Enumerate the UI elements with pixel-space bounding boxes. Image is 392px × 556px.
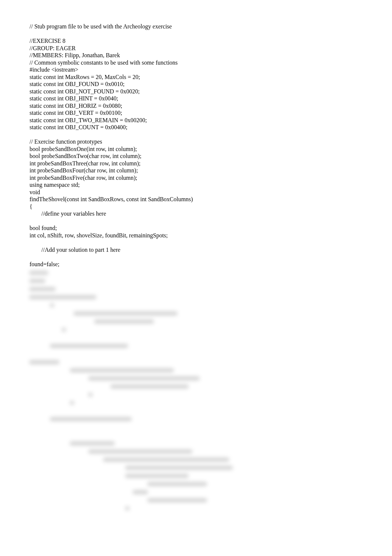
- code-line: bool probeSandBoxTwo(char row, int colum…: [30, 152, 362, 160]
- code-line: static const int OBJ_COUNT = 0x00400;: [30, 124, 362, 131]
- blurred-line: [30, 383, 362, 390]
- blurred-line: [30, 343, 362, 349]
- blurred-line: [30, 359, 362, 365]
- code-line: static const int OBJ_VERT = 0x00100;: [30, 109, 362, 117]
- blurred-text-chunk: [148, 498, 207, 502]
- blurred-text-chunk: [125, 466, 233, 470]
- blurred-line: [30, 473, 362, 479]
- code-line: static const int OBJ_HINT = 0x0040;: [30, 95, 362, 102]
- blurred-text-chunk: [30, 271, 48, 275]
- blurred-text-chunk: [30, 360, 59, 364]
- blurred-text-chunk: [50, 303, 54, 307]
- blurred-line: [30, 286, 362, 292]
- blurred-line: [30, 375, 362, 382]
- blurred-text-chunk: [125, 507, 129, 510]
- code-line: static const int OBJ_TWO_REMAIN = 0x0020…: [30, 117, 362, 124]
- blurred-text-chunk: [125, 474, 188, 478]
- code-line: static const int MaxRows = 20, MaxCols =…: [30, 73, 362, 81]
- code-line: [30, 30, 362, 38]
- blurred-line: [30, 270, 362, 276]
- blurred-line: [30, 399, 362, 406]
- blurred-text-chunk: [30, 287, 55, 291]
- code-line: using namespace std;: [30, 181, 362, 189]
- blurred-line: [30, 408, 362, 414]
- blurred-text-chunk: [70, 401, 74, 405]
- blurred-text-chunk: [111, 385, 188, 388]
- blurred-text-chunk: [94, 320, 154, 323]
- blurred-text-chunk: [70, 442, 114, 445]
- blurred-line: [30, 294, 362, 301]
- code-line: static const int OBJ_FOUND = 0x0010;: [30, 80, 362, 88]
- code-line: {: [30, 203, 362, 210]
- blurred-line: [30, 367, 362, 374]
- code-line: //EXERCISE 8: [30, 37, 362, 45]
- code-line: bool found;: [30, 224, 362, 232]
- blurred-line: [30, 489, 362, 495]
- blurred-text-chunk: [89, 450, 192, 453]
- blurred-line: [30, 416, 362, 422]
- blurred-line: [30, 391, 362, 398]
- code-line: // Common symbolic constants to be used …: [30, 59, 362, 66]
- blurred-text-chunk: [30, 279, 45, 283]
- code-line: found=false;: [30, 261, 362, 268]
- code-line: //MEMBERS: Filipp, Jonathan, Barek: [30, 52, 362, 59]
- code-line: [30, 131, 362, 138]
- blurred-line: [30, 310, 362, 317]
- code-line: int col, nShift, row, shovelSize, foundB…: [30, 232, 362, 239]
- blurred-text-chunk: [133, 490, 148, 494]
- blurred-text-chunk: [89, 377, 199, 380]
- blurred-line: [30, 497, 362, 504]
- blurred-line: [30, 318, 362, 325]
- code-line: [30, 254, 362, 261]
- code-line: [30, 217, 362, 225]
- code-line: [30, 239, 362, 246]
- code-listing: // Stub program file to be used with the…: [30, 23, 362, 268]
- blurred-text-chunk: [89, 393, 92, 397]
- code-line: int probeSandBoxFive(char row, int colum…: [30, 174, 362, 182]
- code-line: //GROUP: EAGER: [30, 45, 362, 52]
- code-line: void: [30, 189, 362, 196]
- code-line: findTheShovel(const int SandBoxRows, con…: [30, 196, 362, 203]
- code-line: //Add your solution to part 1 here: [30, 246, 362, 254]
- blurred-line: [30, 326, 362, 333]
- blurred-text-chunk: [30, 295, 96, 299]
- code-line: int probeSandBoxThree(char row, int colu…: [30, 160, 362, 167]
- code-line: //define your variables here: [30, 210, 362, 217]
- blurred-line: [30, 302, 362, 309]
- code-line: #include <iostream>: [30, 66, 362, 73]
- code-line: static const int OBJ_HORIZ = 0x0080;: [30, 102, 362, 110]
- blurred-line: [30, 456, 362, 463]
- blurred-line: [30, 440, 362, 447]
- blurred-line: [30, 464, 362, 471]
- blurred-text-chunk: [62, 328, 66, 332]
- code-line: // Stub program file to be used with the…: [30, 23, 362, 30]
- blurred-line: [30, 448, 362, 455]
- blurred-text-chunk: [50, 344, 128, 348]
- blurred-line: [30, 334, 362, 341]
- blurred-content-region: [30, 270, 362, 512]
- blurred-text-chunk: [70, 368, 173, 372]
- blurred-text-chunk: [74, 312, 177, 315]
- blurred-line: [30, 432, 362, 439]
- blurred-line: [30, 481, 362, 487]
- code-line: static const int OBJ_NOT_FOUND = 0x0020;: [30, 88, 362, 95]
- code-line: int probeSandBoxFour(char row, int colum…: [30, 167, 362, 174]
- blurred-text-chunk: [103, 458, 229, 461]
- code-line: bool probeSandBoxOne(int row, int column…: [30, 145, 362, 153]
- blurred-line: [30, 278, 362, 284]
- code-line: // Exercise function prototypes: [30, 138, 362, 145]
- blurred-line: [30, 505, 362, 512]
- blurred-line: [30, 351, 362, 357]
- blurred-text-chunk: [148, 482, 207, 486]
- blurred-text-chunk: [50, 417, 131, 421]
- blurred-line: [30, 424, 362, 430]
